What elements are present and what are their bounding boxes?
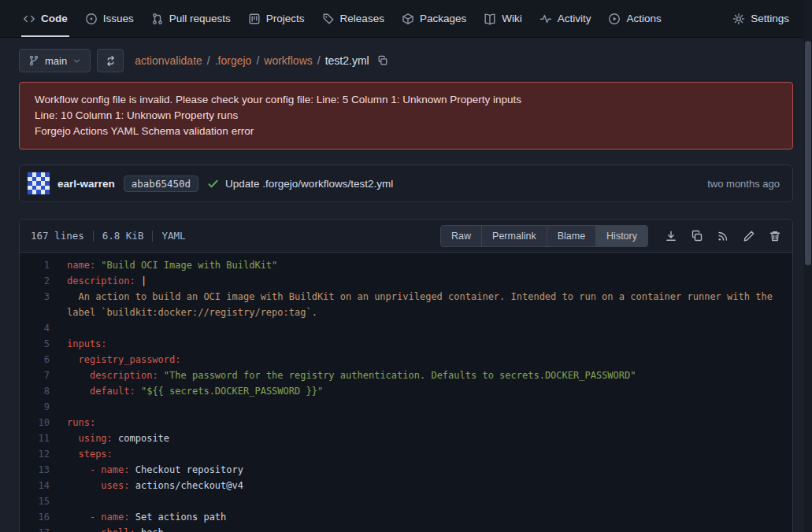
pencil-icon[interactable] xyxy=(743,230,755,242)
nav-item-activity[interactable]: Activity xyxy=(531,0,600,37)
file-view-buttons: RawPermalinkBlameHistory xyxy=(440,225,648,247)
rss-icon[interactable] xyxy=(717,230,729,242)
code-line: 1name: "Build OCI Image with BuildKit" xyxy=(20,257,792,273)
breadcrumb-link[interactable]: workflows xyxy=(264,54,312,67)
alert-messages: Workflow config file is invalid. Please … xyxy=(35,92,777,139)
nav-item-pull-requests[interactable]: Pull requests xyxy=(143,0,239,37)
line-number[interactable]: 5 xyxy=(20,336,50,352)
line-number[interactable]: 7 xyxy=(20,368,50,383)
commit-message[interactable]: Update .forgejo/workflows/test2.yml xyxy=(225,178,393,190)
breadcrumb-link[interactable]: actionvalidate xyxy=(135,54,202,67)
wiki-icon xyxy=(484,13,496,25)
code-line: 4 xyxy=(20,320,792,336)
line-content xyxy=(50,320,792,336)
line-number[interactable]: 6 xyxy=(20,352,50,368)
line-content: An action to build an OCI image with Bui… xyxy=(50,289,792,320)
page-scrollbar[interactable] xyxy=(804,0,812,532)
code-line: 11 using: composite xyxy=(20,430,792,446)
caret-down-icon xyxy=(72,57,81,65)
check-icon xyxy=(207,178,219,190)
line-number[interactable]: 3 xyxy=(20,289,50,320)
nav-item-label: Activity xyxy=(558,13,591,24)
packages-icon xyxy=(402,13,414,25)
history-button[interactable]: History xyxy=(595,225,648,247)
nav-item-label: Releases xyxy=(340,13,384,24)
line-number[interactable]: 13 xyxy=(20,462,50,478)
branch-icon xyxy=(28,55,39,66)
breadcrumb-separator: / xyxy=(207,54,210,67)
divider xyxy=(93,231,94,242)
line-number[interactable]: 2 xyxy=(20,273,50,289)
code-line: 17 shell: bash xyxy=(20,525,792,532)
line-number[interactable]: 17 xyxy=(20,525,50,532)
nav-item-label: Actions xyxy=(626,13,661,24)
file-action-icons xyxy=(665,230,781,242)
nav-item-label: Settings xyxy=(751,13,789,24)
avatar[interactable] xyxy=(28,172,50,194)
line-number[interactable]: 12 xyxy=(20,446,50,462)
line-number[interactable]: 9 xyxy=(20,399,50,415)
nav-item-releases[interactable]: Releases xyxy=(313,0,393,37)
line-content: shell: bash xyxy=(50,525,792,532)
nav-item-label: Code xyxy=(41,13,68,24)
nav-item-issues[interactable]: Issues xyxy=(76,0,143,37)
code-line: 14 uses: actions/checkout@v4 xyxy=(20,478,792,493)
commit-author[interactable]: earl-warren xyxy=(57,178,115,190)
commit-time: two months ago xyxy=(707,178,784,190)
line-content: using: composite xyxy=(50,430,792,446)
raw-button[interactable]: Raw xyxy=(440,225,482,247)
line-number[interactable]: 11 xyxy=(20,430,50,446)
scrollbar-thumb[interactable] xyxy=(805,41,811,265)
alert-line: Workflow config file is invalid. Please … xyxy=(35,92,777,108)
file-language: YAML xyxy=(161,230,185,242)
line-content: - name: Set actions path xyxy=(50,509,792,525)
line-number[interactable]: 1 xyxy=(20,257,50,273)
line-content: runs: xyxy=(50,415,792,430)
commit-hash-badge[interactable]: abab65450d xyxy=(124,175,198,192)
trash-icon[interactable] xyxy=(769,230,781,242)
code-line: 3 An action to build an OCI image with B… xyxy=(20,289,792,320)
copy-icon[interactable] xyxy=(691,230,703,242)
breadcrumb-separator: / xyxy=(256,54,259,67)
code-line: 12 steps: xyxy=(20,446,792,462)
line-number[interactable]: 8 xyxy=(20,383,50,399)
breadcrumb-link[interactable]: .forgejo xyxy=(215,54,252,67)
branch-selector[interactable]: main xyxy=(19,49,91,72)
nav-item-label: Issues xyxy=(103,13,134,24)
nav-item-wiki[interactable]: Wiki xyxy=(475,0,531,37)
line-number[interactable]: 16 xyxy=(20,509,50,525)
line-content xyxy=(50,493,792,509)
pull-request-icon xyxy=(151,13,164,25)
line-number[interactable]: 4 xyxy=(20,320,50,336)
line-number[interactable]: 15 xyxy=(20,493,50,509)
issue-icon xyxy=(85,13,98,25)
nav-item-projects[interactable]: Projects xyxy=(239,0,313,37)
nav-item-code[interactable]: Code xyxy=(14,0,76,37)
actions-icon xyxy=(608,13,621,25)
permalink-button[interactable]: Permalink xyxy=(481,225,547,247)
file-view-card: 167 lines 6.8 KiB YAML RawPermalinkBlame… xyxy=(19,219,793,532)
line-number[interactable]: 10 xyxy=(20,415,50,430)
alert-line: Line: 10 Column 1: Unknown Property runs xyxy=(35,108,777,124)
file-stats: 167 lines 6.8 KiB YAML xyxy=(31,230,186,242)
line-content: description: "The password for the regis… xyxy=(50,368,792,383)
line-content: name: "Build OCI Image with BuildKit" xyxy=(50,257,792,273)
code-icon xyxy=(23,13,35,25)
releases-icon xyxy=(322,13,335,25)
nav-item-settings[interactable]: Settings xyxy=(724,0,798,37)
code-line: 10runs: xyxy=(20,415,792,430)
copy-icon[interactable] xyxy=(377,55,388,66)
nav-item-label: Projects xyxy=(266,13,305,24)
branch-name: main xyxy=(45,55,67,67)
compare-button[interactable] xyxy=(97,49,124,72)
file-header: 167 lines 6.8 KiB YAML RawPermalinkBlame… xyxy=(20,220,792,253)
line-number[interactable]: 14 xyxy=(20,478,50,493)
code-line: 8 default: "${{ secrets.DOCKER_PASSWORD … xyxy=(20,383,792,399)
compare-icon xyxy=(105,55,117,67)
line-content: description: | xyxy=(50,273,792,289)
code-line: 9 xyxy=(20,399,792,415)
blame-button[interactable]: Blame xyxy=(547,225,596,247)
download-icon[interactable] xyxy=(665,230,677,242)
nav-item-actions[interactable]: Actions xyxy=(599,0,669,37)
nav-item-packages[interactable]: Packages xyxy=(393,0,475,37)
